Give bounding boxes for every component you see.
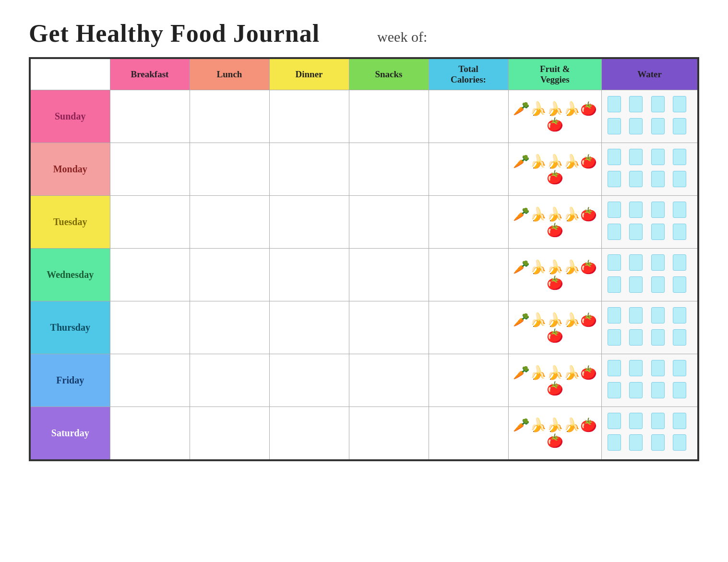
calories-wednesday[interactable] <box>429 249 508 301</box>
water-saturday <box>602 407 698 460</box>
water-cup[interactable] <box>629 149 643 165</box>
snacks-saturday[interactable] <box>349 407 429 460</box>
water-cup[interactable] <box>629 276 643 293</box>
water-cup[interactable] <box>629 329 643 346</box>
snacks-tuesday[interactable] <box>349 196 429 249</box>
water-cup[interactable] <box>651 434 665 451</box>
water-cup[interactable] <box>673 413 686 429</box>
dinner-monday[interactable] <box>269 143 349 196</box>
snacks-monday[interactable] <box>349 143 429 196</box>
water-cup[interactable] <box>651 171 665 187</box>
water-cup[interactable] <box>629 171 643 187</box>
lunch-monday[interactable] <box>190 143 269 196</box>
water-cup[interactable] <box>673 382 686 398</box>
water-wednesday <box>602 249 698 301</box>
water-cup[interactable] <box>651 276 665 293</box>
water-cup[interactable] <box>651 307 665 323</box>
fruit-icons-saturday: 🥕🍌🍌🍌🍅🍅 <box>511 415 600 451</box>
calories-saturday[interactable] <box>429 407 508 460</box>
water-cup[interactable] <box>629 118 643 134</box>
water-cup[interactable] <box>608 413 621 429</box>
water-cup[interactable] <box>608 329 621 346</box>
water-cup[interactable] <box>608 307 621 323</box>
breakfast-wednesday[interactable] <box>110 249 190 301</box>
water-cup[interactable] <box>629 382 643 398</box>
water-cup[interactable] <box>608 382 621 398</box>
page-header: Get Healthy Food Journal week of: <box>29 19 699 48</box>
water-cup[interactable] <box>608 202 621 218</box>
page-title: Get Healthy Food Journal <box>29 19 320 48</box>
water-cup[interactable] <box>651 96 665 112</box>
water-cup[interactable] <box>651 329 665 346</box>
dinner-saturday[interactable] <box>269 407 349 460</box>
water-cup[interactable] <box>608 434 621 451</box>
calories-monday[interactable] <box>429 143 508 196</box>
water-cup[interactable] <box>629 254 643 271</box>
water-cup[interactable] <box>629 96 643 112</box>
water-cup[interactable] <box>673 96 686 112</box>
water-cup[interactable] <box>673 118 686 134</box>
snacks-sunday[interactable] <box>349 90 429 143</box>
water-cup[interactable] <box>651 149 665 165</box>
water-cup[interactable] <box>651 382 665 398</box>
breakfast-thursday[interactable] <box>110 301 190 354</box>
lunch-saturday[interactable] <box>190 407 269 460</box>
water-cup[interactable] <box>608 171 621 187</box>
breakfast-friday[interactable] <box>110 354 190 407</box>
dinner-sunday[interactable] <box>269 90 349 143</box>
water-cup[interactable] <box>629 413 643 429</box>
water-grid-wednesday <box>605 251 694 298</box>
water-cup[interactable] <box>673 224 686 240</box>
water-cup[interactable] <box>629 360 643 376</box>
breakfast-sunday[interactable] <box>110 90 190 143</box>
water-cup[interactable] <box>673 254 686 271</box>
lunch-wednesday[interactable] <box>190 249 269 301</box>
water-cup[interactable] <box>673 149 686 165</box>
lunch-sunday[interactable] <box>190 90 269 143</box>
breakfast-monday[interactable] <box>110 143 190 196</box>
breakfast-tuesday[interactable] <box>110 196 190 249</box>
dinner-wednesday[interactable] <box>269 249 349 301</box>
water-cup[interactable] <box>651 202 665 218</box>
water-grid-tuesday <box>605 199 694 245</box>
water-cup[interactable] <box>629 307 643 323</box>
lunch-thursday[interactable] <box>190 301 269 354</box>
water-cup[interactable] <box>629 434 643 451</box>
water-cup[interactable] <box>608 360 621 376</box>
calories-sunday[interactable] <box>429 90 508 143</box>
calories-tuesday[interactable] <box>429 196 508 249</box>
water-cup[interactable] <box>651 118 665 134</box>
water-cup[interactable] <box>608 276 621 293</box>
snacks-friday[interactable] <box>349 354 429 407</box>
dinner-thursday[interactable] <box>269 301 349 354</box>
water-cup[interactable] <box>651 413 665 429</box>
water-cup[interactable] <box>673 329 686 346</box>
table-row: Thursday 🥕🍌🍌🍌🍅🍅 <box>30 301 698 354</box>
water-cup[interactable] <box>608 118 621 134</box>
water-cup[interactable] <box>673 307 686 323</box>
breakfast-saturday[interactable] <box>110 407 190 460</box>
lunch-tuesday[interactable] <box>190 196 269 249</box>
water-cup[interactable] <box>673 360 686 376</box>
water-monday <box>602 143 698 196</box>
water-cup[interactable] <box>608 224 621 240</box>
water-cup[interactable] <box>651 224 665 240</box>
water-cup[interactable] <box>651 360 665 376</box>
snacks-thursday[interactable] <box>349 301 429 354</box>
water-cup[interactable] <box>673 202 686 218</box>
lunch-friday[interactable] <box>190 354 269 407</box>
water-cup[interactable] <box>673 276 686 293</box>
dinner-tuesday[interactable] <box>269 196 349 249</box>
calories-friday[interactable] <box>429 354 508 407</box>
calories-thursday[interactable] <box>429 301 508 354</box>
water-cup[interactable] <box>673 434 686 451</box>
water-cup[interactable] <box>651 254 665 271</box>
water-cup[interactable] <box>608 96 621 112</box>
dinner-friday[interactable] <box>269 354 349 407</box>
water-cup[interactable] <box>608 149 621 165</box>
water-cup[interactable] <box>608 254 621 271</box>
water-cup[interactable] <box>629 224 643 240</box>
water-cup[interactable] <box>629 202 643 218</box>
snacks-wednesday[interactable] <box>349 249 429 301</box>
water-cup[interactable] <box>673 171 686 187</box>
